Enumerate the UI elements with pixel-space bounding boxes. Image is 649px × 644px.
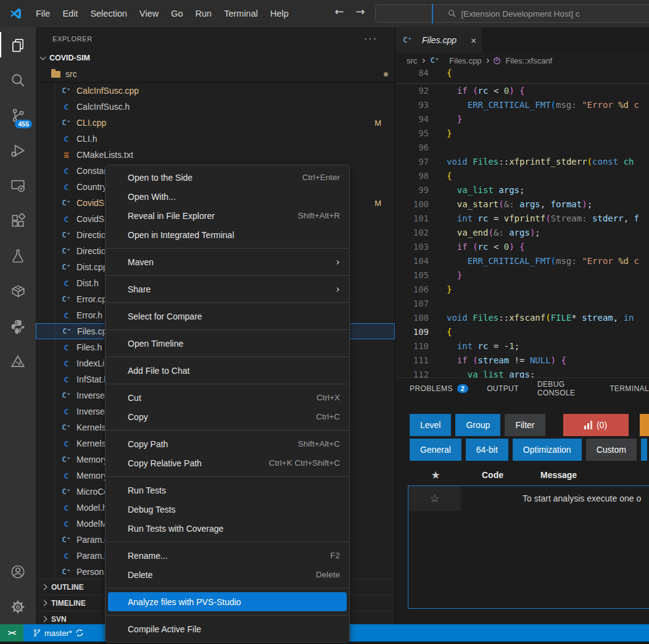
containers-icon[interactable] (0, 273, 36, 308)
code-line[interactable]: 94 } (395, 112, 649, 126)
context-menu-item-run-tests-with-coverage[interactable]: Run Tests with Coverage (105, 519, 349, 538)
pvs-button-general[interactable]: General (410, 439, 461, 461)
context-menu-item-open-to-the-side[interactable]: Open to the SideCtrl+Enter (105, 168, 349, 187)
code-line[interactable]: 96 (395, 141, 649, 155)
context-menu-item-cut[interactable]: CutCtrl+X (105, 388, 349, 407)
menubar-selection[interactable]: Selection (84, 6, 133, 22)
pvs-button-0[interactable]: (0) (563, 414, 629, 436)
breadcrumb-root[interactable]: src (407, 56, 417, 65)
search-sidebar-icon[interactable] (0, 62, 36, 97)
context-menu-item-rename[interactable]: Rename...F2 (105, 546, 349, 565)
code-line[interactable]: 101 int rc = vfprintf(Stream: stderr, f (395, 212, 649, 226)
file-row-calcinfsusc-h[interactable]: CCalcInfSusc.h (36, 99, 395, 115)
sidebar-actions-icon[interactable]: ··· (364, 33, 378, 44)
code-line[interactable]: 103 if (rc < 0) { (395, 240, 649, 254)
menubar-help[interactable]: Help (264, 6, 295, 22)
code-line[interactable]: 111 if (stream != NULL) { (395, 353, 649, 368)
account-icon[interactable] (0, 554, 36, 589)
file-row-cli-cpp[interactable]: C⁺CLI.cppM (36, 115, 395, 131)
breadcrumb-file[interactable]: Files.cpp (449, 56, 481, 65)
context-menu-item-compile-active-file[interactable]: Compile Active File (105, 619, 349, 638)
context-menu-item-reveal-in-file-explorer[interactable]: Reveal in File ExplorerShift+Alt+R (105, 206, 349, 225)
context-menu-item-delete[interactable]: DeleteDelete (105, 565, 349, 584)
command-center-search[interactable]: [Extension Development Host] c (375, 4, 649, 23)
folder-row-src[interactable]: src (36, 65, 395, 83)
context-menu-item-debug-tests[interactable]: Debug Tests (105, 500, 349, 519)
pvs-button-level[interactable]: Level (410, 414, 451, 436)
code-line[interactable]: 108void Files::xfscanf(FILE* stream, in (395, 311, 649, 325)
code-line[interactable]: 105 } (395, 268, 649, 283)
forward-arrow-icon[interactable]: → (352, 5, 369, 18)
code-line[interactable]: 100 va_start(&: args, format); (395, 197, 649, 212)
close-icon[interactable]: × (471, 35, 476, 46)
code-editor[interactable]: 92 if (rc < 0) {93 ERR_CRITICAL_FMT(msg:… (395, 84, 649, 378)
menubar-run[interactable]: Run (189, 6, 218, 22)
pvs-button-custom[interactable]: Custom (586, 439, 637, 461)
pvs-button-[interactable]: ( (640, 414, 649, 436)
back-arrow-icon[interactable]: ← (331, 5, 348, 18)
code-line[interactable]: 98{ (395, 169, 649, 183)
extensions-icon[interactable] (0, 203, 36, 238)
menubar-edit[interactable]: Edit (56, 6, 84, 22)
context-menu-item-add-file-to-chat[interactable]: Add File to Chat (105, 361, 349, 380)
pvs-button-optimization[interactable]: Optimization (513, 439, 582, 461)
context-menu-item-analyze-files-with-pvs-studio[interactable]: Analyze files with PVS-Studio (108, 592, 347, 611)
pvs-button-64-bit[interactable]: 64-bit (466, 439, 508, 461)
context-menu-item-copy-path[interactable]: Copy PathShift+Alt+C (105, 434, 349, 453)
remote-explorer-icon[interactable] (0, 168, 36, 203)
pvs-button-filter[interactable]: Filter (505, 414, 545, 436)
sticky-scroll-line[interactable]: 84{ (395, 68, 649, 84)
context-menu-item-open-with[interactable]: Open With... (105, 187, 349, 206)
star-header-icon[interactable]: ★ (408, 469, 463, 481)
context-menu-item-select-for-compare[interactable]: Select for Compare (105, 307, 349, 326)
code-line[interactable]: 99 va_list args; (395, 183, 649, 197)
menubar-go[interactable]: Go (165, 6, 189, 22)
code-line[interactable]: 104 ERR_CRITICAL_FMT(msg: "Error %d c (395, 254, 649, 268)
code-line[interactable]: 93 ERR_CRITICAL_FMT(msg: "Error %d c (395, 98, 649, 112)
code-line[interactable]: 110 int rc = -1; (395, 339, 649, 353)
breadcrumb-symbol[interactable]: Files::xfscanf (505, 56, 552, 65)
sync-icon[interactable] (75, 629, 84, 637)
code-line[interactable]: 112 va_list args; (395, 368, 649, 378)
file-row-cli-h[interactable]: CCLI.h (36, 131, 395, 147)
explorer-icon[interactable] (0, 27, 36, 62)
menubar-file[interactable]: File (30, 6, 56, 22)
context-menu-item-open-in-integrated-terminal[interactable]: Open in Integrated Terminal (105, 225, 349, 244)
message-column-header[interactable]: Message (540, 470, 577, 480)
pvs-studio-icon[interactable] (0, 344, 36, 379)
code-column-header[interactable]: Code (482, 470, 522, 480)
code-line[interactable]: 107 (395, 297, 649, 311)
pvs-button-group[interactable]: Group (455, 414, 500, 436)
panel-tab-terminal[interactable]: TERMINAL (610, 384, 649, 393)
context-menu-item-open-timeline[interactable]: Open Timeline (105, 334, 349, 353)
code-line[interactable]: 106} (395, 283, 649, 297)
remote-indicator[interactable]: >< (0, 624, 23, 642)
panel-tab-problems[interactable]: PROBLEMS2 (410, 384, 468, 394)
tab-files-cpp[interactable]: C⁺ Files.cpp × (395, 27, 483, 53)
workspace-section-header[interactable]: COVID-SIM (36, 51, 395, 65)
context-menu-item-run-tests[interactable]: Run Tests (105, 481, 349, 500)
testing-icon[interactable] (0, 238, 36, 273)
run-and-debug-icon[interactable] (0, 133, 36, 168)
menubar-view[interactable]: View (133, 6, 165, 22)
context-menu-item-share[interactable]: Share› (105, 279, 349, 299)
file-row-cmakelists-txt[interactable]: ≡CMakeLists.txt (36, 147, 395, 163)
settings-gear-icon[interactable] (0, 589, 36, 624)
file-row-calcinfsusc-cpp[interactable]: C⁺CalcInfSusc.cpp (36, 83, 395, 99)
star-outline-icon[interactable]: ☆ (408, 486, 461, 511)
panel-tab-output[interactable]: OUTPUT (487, 384, 519, 393)
menubar-terminal[interactable]: Terminal (218, 6, 264, 22)
table-row[interactable]: ☆ To start analysis execute one o (408, 486, 649, 511)
context-menu-item-copy-relative-path[interactable]: Copy Relative PathCtrl+K Ctrl+Shift+C (105, 453, 349, 473)
code-line[interactable]: 97void Files::xfprintf_stderr(const ch (395, 155, 649, 169)
pvs-button-extra[interactable] (641, 439, 647, 461)
context-menu-item-maven[interactable]: Maven› (105, 252, 349, 271)
source-control-icon[interactable]: 455 (0, 97, 36, 133)
context-menu-item-copy[interactable]: CopyCtrl+C (105, 407, 349, 426)
code-line[interactable]: 95} (395, 126, 649, 141)
panel-tab-debug-console[interactable]: DEBUG CONSOLE (537, 380, 591, 397)
code-line[interactable]: 109{ (395, 325, 649, 339)
code-line[interactable]: 102 va_end(&: args); (395, 226, 649, 240)
code-line[interactable]: 92 if (rc < 0) { (395, 84, 649, 98)
git-branch-item[interactable]: master* (33, 628, 84, 638)
